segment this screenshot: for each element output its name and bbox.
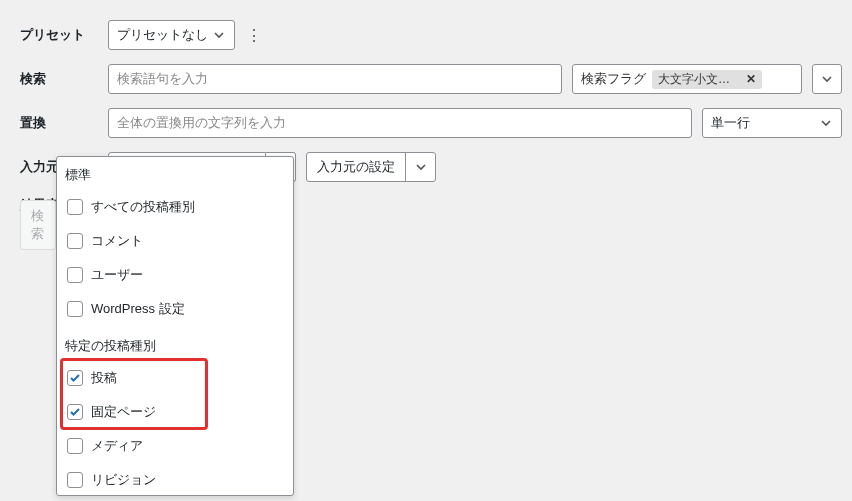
dropdown-group-header: 特定の投稿種別 — [65, 334, 285, 361]
row-search: 検索 検索語句を入力 検索フラグ 大文字小文字の... ✕ — [20, 64, 842, 94]
dropdown-option[interactable]: リビジョン — [65, 463, 285, 495]
row-replace: 置換 全体の置換用の文字列を入力 単一行 — [20, 108, 842, 138]
label-replace: 置換 — [20, 114, 98, 132]
preset-select[interactable]: プリセットなし — [108, 20, 235, 50]
chevron-down-icon — [414, 160, 428, 174]
remove-chip-icon[interactable]: ✕ — [744, 72, 758, 86]
dropdown-option[interactable]: ユーザー — [65, 258, 285, 292]
search-input[interactable]: 検索語句を入力 — [108, 64, 562, 94]
checkbox-icon[interactable] — [67, 233, 83, 249]
source-dropdown-panel: 標準 すべての投稿種別 コメント ユーザー WordPress 設定 特定の投稿… — [56, 156, 294, 496]
chevron-down-icon — [820, 72, 834, 86]
checkbox-icon[interactable] — [67, 199, 83, 215]
replace-mode-select[interactable]: 単一行 — [702, 108, 842, 138]
preset-value: プリセットなし — [117, 26, 208, 44]
source-settings-dropdown[interactable] — [405, 153, 435, 181]
search-flag-chip: 大文字小文字の... ✕ — [652, 70, 762, 89]
more-vertical-icon[interactable]: ⋮ — [245, 26, 263, 45]
replace-input[interactable]: 全体の置換用の文字列を入力 — [108, 108, 692, 138]
dropdown-scroll[interactable]: 標準 すべての投稿種別 コメント ユーザー WordPress 設定 特定の投稿… — [57, 157, 293, 495]
checkbox-icon[interactable] — [67, 267, 83, 283]
dropdown-option[interactable]: WordPress 設定 — [65, 292, 285, 326]
source-settings-button[interactable]: 入力元の設定 — [306, 152, 436, 182]
search-flags-label: 検索フラグ — [581, 70, 646, 88]
dropdown-option[interactable]: 投稿 — [65, 361, 285, 395]
dropdown-option[interactable]: 固定ページ — [65, 395, 285, 429]
search-flags-dropdown-toggle[interactable] — [812, 64, 842, 94]
dropdown-option[interactable]: コメント — [65, 224, 285, 258]
checkbox-checked-icon[interactable] — [67, 370, 83, 386]
replace-mode-value: 単一行 — [711, 114, 750, 132]
checkbox-icon[interactable] — [67, 301, 83, 317]
search-button-disabled: 検索 — [20, 200, 56, 250]
row-preset: プリセット プリセットなし ⋮ — [20, 20, 842, 50]
checkbox-checked-icon[interactable] — [67, 404, 83, 420]
search-flags-box[interactable]: 検索フラグ 大文字小文字の... ✕ — [572, 64, 802, 94]
chevron-down-icon — [212, 28, 226, 42]
chevron-down-icon — [819, 116, 833, 130]
checkbox-icon[interactable] — [67, 472, 83, 488]
dropdown-group-header: 標準 — [65, 163, 285, 190]
dropdown-option[interactable]: すべての投稿種別 — [65, 190, 285, 224]
label-search: 検索 — [20, 70, 98, 88]
label-preset: プリセット — [20, 26, 98, 44]
dropdown-option[interactable]: メディア — [65, 429, 285, 463]
checkbox-icon[interactable] — [67, 438, 83, 454]
